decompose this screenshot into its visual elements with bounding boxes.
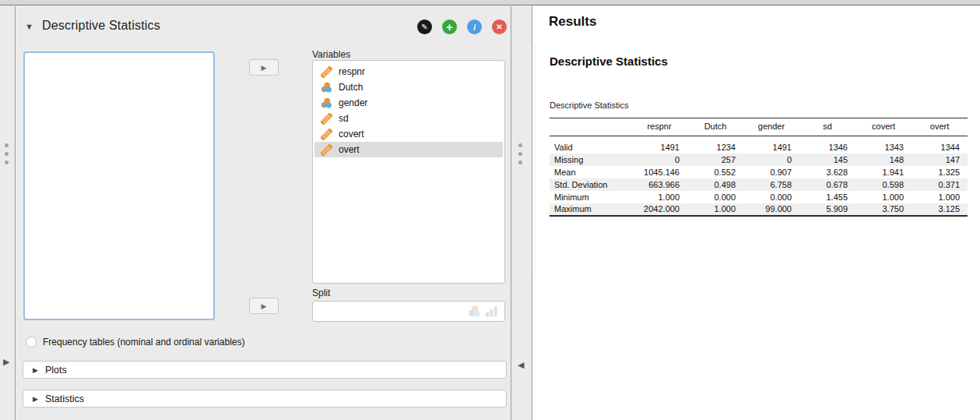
close-analysis-icon[interactable]: ✕ [492,19,507,34]
results-table-cell: 5.909 [799,203,855,216]
results-table-row-label: Maximum [550,203,631,216]
results-table-cell: 1343 [855,141,912,154]
variable-list-item[interactable]: respnr [314,64,503,79]
ordinal-type-hint-icon [485,305,498,318]
results-table-row-label: Std. Deviation [550,178,631,191]
help-icon[interactable]: i [467,19,482,34]
results-table-row-label: Missing [550,154,631,166]
move-variables-button[interactable]: ▶ [249,59,279,76]
move-split-variable-button[interactable]: ▶ [249,298,279,314]
results-table-cell: 1.455 [799,191,855,203]
data-panel-expand-arrow[interactable]: ▶ [3,357,9,366]
results-table-row: Valid149112341491134613431344 [550,141,968,154]
results-table-cell: 3.628 [799,166,855,178]
frequency-tables-checkbox[interactable] [26,337,37,348]
chevron-right-icon: ▶ [33,366,38,374]
variables-list[interactable]: respnr Dutch [312,60,505,284]
variable-name: sd [339,113,349,124]
results-table-cell: 0.498 [687,178,743,191]
results-table-cell: 1045.146 [631,166,687,178]
results-table-cell: 1346 [799,141,855,154]
variable-list-item[interactable]: overt [314,142,503,157]
results-table-row: Missing02570145148147 [550,154,968,166]
scale-variable-icon [321,66,332,78]
results-table-cell: 1.000 [687,203,743,216]
results-table-column-header: overt [912,118,968,136]
results-table-cell: 3.750 [855,203,912,216]
results-table-cell: 663.966 [631,178,687,191]
results-table-cell: 1.325 [912,166,968,178]
results-table-cell: 148 [855,154,912,166]
results-table-cell: 1.000 [855,191,912,203]
results-table-cell: 3.125 [912,203,968,216]
results-table-row-label: Minimum [550,191,631,203]
results-table-cell: 99.000 [743,203,799,216]
statistics-section-header[interactable]: ▶ Statistics [23,390,507,408]
variable-name: respnr [339,66,365,77]
results-table-cell: 0.907 [743,166,799,178]
variable-name: overt [339,144,360,155]
results-table-title: Descriptive Statistics [550,101,628,110]
results-table-cell: 257 [687,154,743,166]
results-table-cell: 0 [631,154,687,166]
results-table-cell: 6.758 [743,178,799,191]
jasp-window: ▶ ▼ Descriptive Statistics ✎ + i ✕ ▶ ▶ V… [0,0,980,420]
nominal-variable-icon [321,97,332,109]
analysis-collapse-arrow[interactable]: ▼ [25,22,33,31]
results-table-row: Mean1045.1460.5520.9073.6281.9411.325 [550,166,968,178]
results-table-cell: 147 [912,154,968,166]
scale-variable-icon [321,144,332,156]
analysis-output-block[interactable]: Descriptive Statistics Descriptive Stati… [535,44,974,277]
results-table-cell: 0.678 [799,178,855,191]
toolbar-bottom-edge [0,0,980,5]
analysis-title: Descriptive Statistics [42,19,160,33]
split-field-label: Split [312,288,330,298]
results-table-row-label: Mean [550,166,631,178]
analysis-output-heading: Descriptive Statistics [550,55,668,68]
results-table-cell: 0.598 [855,178,912,191]
nominal-variable-icon [321,82,332,94]
chevron-right-icon: ▶ [33,395,38,403]
statistics-section-label: Statistics [45,394,84,404]
plots-section-header[interactable]: ▶ Plots [23,361,507,379]
results-table-column-header: sd [799,118,855,136]
results-panel-splitter[interactable]: ◀ [511,6,532,420]
results-table-cell: 0.552 [687,166,743,178]
results-table-cell: 1491 [743,141,799,154]
frequency-tables-label: Frequency tables (nominal and ordinal va… [43,337,244,348]
edit-title-icon[interactable]: ✎ [417,19,432,34]
results-table-cell: 1.941 [855,166,912,178]
duplicate-analysis-icon[interactable]: + [442,19,457,34]
variable-list-item[interactable]: covert [314,126,503,142]
results-title: Results [549,14,596,30]
variable-name: gender [339,97,367,108]
split-variable-box[interactable] [312,301,505,322]
nominal-type-hint-icon [468,305,481,318]
splitter-drag-handle-icon[interactable] [5,143,9,164]
variable-list-item[interactable]: gender [314,95,503,111]
results-table-cell: 145 [799,154,855,166]
results-table-cell: 1491 [631,141,687,154]
variable-name: Dutch [339,82,363,93]
results-table-row: Maximum2042.0001.00099.0005.9093.7503.12… [550,203,968,216]
results-table-column-header: Dutch [687,118,743,136]
scale-variable-icon [321,113,332,125]
results-table-cell: 0.000 [687,191,743,203]
results-table-corner-cell [550,118,631,136]
variable-list-item[interactable]: Dutch [314,79,503,95]
results-table-row: Std. Deviation663.9660.4986.7580.6780.59… [550,178,968,191]
results-table-cell: 2042.000 [631,203,687,216]
assigned-variables-box[interactable] [23,51,215,320]
results-table-column-header: gender [743,118,799,136]
analysis-form-panel: ▼ Descriptive Statistics ✎ + i ✕ ▶ ▶ Var… [16,6,511,420]
results-table-row: Minimum1.0000.0000.0001.4551.0001.000 [550,191,968,203]
input-panel-collapse-arrow[interactable]: ◀ [518,360,524,369]
results-table-cell: 1234 [687,141,743,154]
results-table-column-header: respnr [631,118,687,136]
variable-list-item[interactable]: sd [314,111,503,126]
results-table-body: Valid149112341491134613431344Missing0257… [550,136,968,216]
results-table-cell: 0.000 [743,191,799,203]
results-panel: Results Descriptive Statistics Descripti… [532,6,980,420]
data-panel-splitter[interactable]: ▶ [0,6,16,420]
splitter-drag-handle-icon[interactable] [518,143,522,164]
